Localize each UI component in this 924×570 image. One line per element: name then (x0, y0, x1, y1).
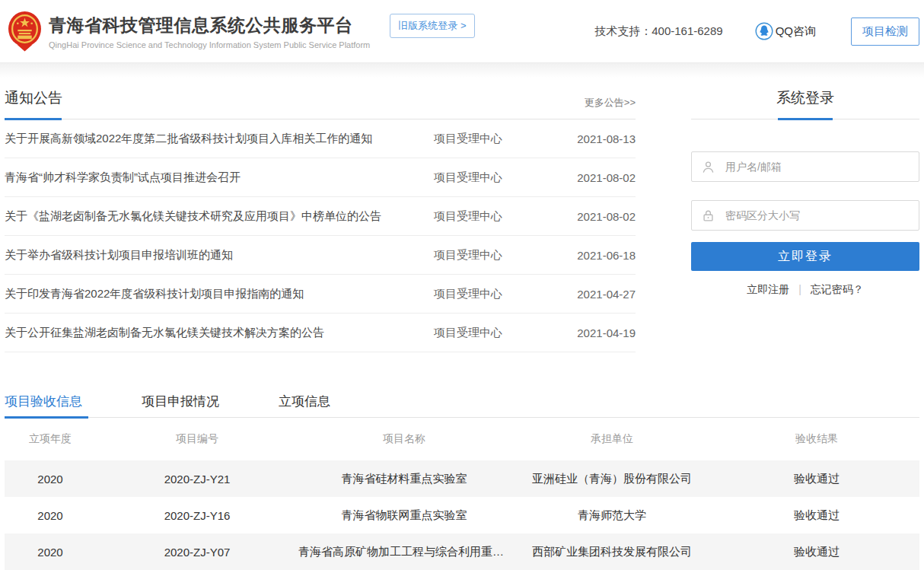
qq-consult-label: QQ咨询 (776, 24, 816, 39)
qq-penguin-icon (755, 22, 773, 40)
notice-row: 关于开展高新领域2022年度第二批省级科技计划项目入库相关工作的通知 项目受理中… (5, 119, 636, 158)
col-header-project-name: 项目名称 (298, 432, 510, 446)
notices-header: 通知公告 更多公告>> (5, 88, 636, 119)
notice-row: 青海省“帅才科学家负责制”试点项目推进会召开 项目受理中心 2021-08-02 (5, 158, 636, 197)
user-icon (701, 160, 715, 174)
notice-row: 关于公开征集盐湖老卤制备无水氯化镁关键技术解决方案的公告 项目受理中心 2021… (5, 314, 636, 352)
notice-row: 关于《盐湖老卤制备无水氯化镁关键技术研究及应用项目》中榜单位的公告 项目受理中心… (5, 197, 636, 236)
header-divider (0, 62, 924, 78)
acceptance-table: 立项年度 项目编号 项目名称 承担单位 验收结果 2020 2020-ZJ-Y2… (5, 418, 919, 570)
brand-block: 青海省科技管理信息系统公共服务平台 QingHai Province Scien… (49, 14, 370, 49)
cell-undertaker: 西部矿业集团科技发展有限公司 (510, 545, 714, 559)
project-check-button[interactable]: 项目检测 (851, 18, 919, 46)
cell-undertaker: 青海师范大学 (510, 508, 714, 523)
tab-project-application[interactable]: 项目申报情况 (142, 386, 219, 417)
notices-section: 通知公告 更多公告>> 关于开展高新领域2022年度第二批省级科技计划项目入库相… (5, 88, 636, 352)
notices-title: 通知公告 (5, 88, 62, 108)
notices-accent-bar (5, 118, 62, 120)
password-input[interactable] (725, 209, 910, 221)
forgot-password-link[interactable]: 忘记密码？ (811, 283, 864, 295)
login-form: 立即登录 立即注册|忘记密码？ (691, 151, 919, 297)
notice-title-link[interactable]: 关于《盐湖老卤制备无水氯化镁关键技术研究及应用项目》中榜单位的公告 (5, 209, 434, 224)
login-panel: 系统登录 立即登录 立即注册|忘记密码？ (691, 88, 919, 352)
col-header-result: 验收结果 (714, 432, 919, 446)
site-subtitle: QingHai Province Science and Technology … (49, 40, 370, 49)
notice-source: 项目受理中心 (434, 326, 567, 340)
notice-source: 项目受理中心 (434, 170, 567, 185)
table-row: 2020 2020-ZJ-Y07 青海省高原矿物加工工程与综合利用重点... 西… (5, 533, 919, 570)
login-title: 系统登录 (776, 90, 834, 106)
notice-title-link[interactable]: 关于举办省级科技计划项目申报培训班的通知 (5, 248, 434, 263)
cell-year: 2020 (5, 546, 96, 559)
support-phone-text: 技术支持：400-161-6289 (594, 24, 722, 39)
cell-project-no: 2020-ZJ-Y16 (96, 509, 298, 522)
notice-date: 2021-04-19 (567, 326, 636, 339)
lock-icon (701, 209, 715, 223)
notice-row: 关于举办省级科技计划项目申报培训班的通知 项目受理中心 2021-06-18 (5, 236, 636, 275)
col-header-undertaker: 承担单位 (510, 432, 714, 446)
notice-date: 2021-06-18 (567, 249, 636, 262)
cell-result: 验收通过 (714, 545, 919, 559)
login-accent-bar (778, 118, 833, 120)
username-field-wrap (691, 151, 919, 182)
more-notices-link[interactable]: 更多公告>> (585, 96, 636, 110)
password-field-wrap (691, 200, 919, 231)
cell-project-name: 青海省硅材料重点实验室 (298, 472, 510, 486)
info-tabs: 项目验收信息 项目申报情况 立项信息 (5, 386, 919, 418)
cell-project-name: 青海省高原矿物加工工程与综合利用重点... (298, 545, 510, 559)
table-row: 2020 2020-ZJ-Y16 青海省物联网重点实验室 青海师范大学 验收通过 (5, 497, 919, 533)
national-emblem-icon (8, 11, 42, 52)
cell-result: 验收通过 (714, 508, 919, 523)
page-header: 青海省科技管理信息系统公共服务平台 QingHai Province Scien… (0, 0, 924, 62)
login-button[interactable]: 立即登录 (691, 242, 919, 271)
notice-source: 项目受理中心 (434, 132, 567, 146)
cell-result: 验收通过 (714, 472, 919, 486)
cell-project-no: 2020-ZJ-Y21 (96, 473, 298, 486)
cell-project-name: 青海省物联网重点实验室 (298, 508, 510, 523)
notice-source: 项目受理中心 (434, 209, 567, 224)
notice-date: 2021-08-13 (567, 132, 636, 145)
col-header-year: 立项年度 (5, 432, 96, 446)
notice-title-link[interactable]: 关于公开征集盐湖老卤制备无水氯化镁关键技术解决方案的公告 (5, 326, 434, 340)
login-links: 立即注册|忘记密码？ (691, 283, 919, 297)
col-header-project-no: 项目编号 (96, 432, 298, 446)
table-row: 2020 2020-ZJ-Y21 青海省硅材料重点实验室 亚洲硅业（青海）股份有… (5, 460, 919, 497)
main-content: 通知公告 更多公告>> 关于开展高新领域2022年度第二批省级科技计划项目入库相… (0, 88, 924, 352)
tab-project-acceptance[interactable]: 项目验收信息 (5, 386, 82, 417)
username-input[interactable] (725, 161, 910, 173)
site-title: 青海省科技管理信息系统公共服务平台 (49, 14, 370, 37)
notice-date: 2021-04-27 (567, 288, 636, 301)
cell-project-no: 2020-ZJ-Y07 (96, 546, 298, 559)
old-system-login-button[interactable]: 旧版系统登录 > (390, 14, 474, 38)
notice-title-link[interactable]: 关于开展高新领域2022年度第二批省级科技计划项目入库相关工作的通知 (5, 132, 434, 146)
notice-date: 2021-08-02 (567, 171, 636, 184)
notice-source: 项目受理中心 (434, 287, 567, 301)
cell-year: 2020 (5, 473, 96, 486)
table-header-row: 立项年度 项目编号 项目名称 承担单位 验收结果 (5, 418, 919, 460)
notice-row: 关于印发青海省2022年度省级科技计划项目申报指南的通知 项目受理中心 2021… (5, 275, 636, 314)
notice-source: 项目受理中心 (434, 248, 567, 263)
notice-date: 2021-08-02 (567, 210, 636, 223)
qq-consult-link[interactable]: QQ咨询 (755, 22, 816, 40)
notice-title-link[interactable]: 关于印发青海省2022年度省级科技计划项目申报指南的通知 (5, 287, 434, 301)
cell-undertaker: 亚洲硅业（青海）股份有限公司 (510, 472, 714, 486)
links-separator: | (798, 283, 801, 295)
notice-title-link[interactable]: 青海省“帅才科学家负责制”试点项目推进会召开 (5, 170, 434, 185)
cell-year: 2020 (5, 509, 96, 522)
login-header: 系统登录 (691, 88, 919, 119)
register-link[interactable]: 立即注册 (747, 283, 789, 295)
tab-project-approval[interactable]: 立项信息 (279, 386, 330, 417)
